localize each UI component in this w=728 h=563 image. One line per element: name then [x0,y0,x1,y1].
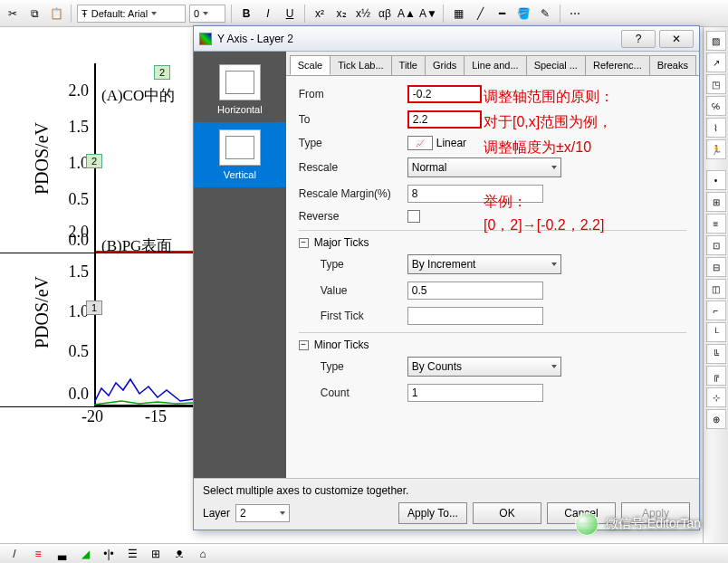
superscript-icon[interactable]: x² [311,5,329,23]
shrink-icon[interactable]: A▼ [419,5,437,23]
type-label: Type [299,137,407,149]
minor-ticks-header: Minor Ticks [314,339,369,351]
annotation-text: [0，2]→[-0.2，2.2] [484,216,604,235]
layer-label: Layer [203,507,230,520]
tab-line[interactable]: Line and... [464,55,526,75]
tool-icon[interactable]: ↗ [706,52,726,72]
plot-tool-icon[interactable]: ⌂ [194,545,212,563]
plot-tool-icon[interactable]: ≡ [29,545,47,563]
from-label: From [299,88,407,100]
plot-tool-icon[interactable]: ◢ [76,545,94,563]
y-axis-label: PDOS/eV [32,275,53,348]
tab-grids[interactable]: Grids [425,55,465,75]
collapse-icon[interactable]: − [299,340,309,350]
right-toolbar: ▨ ↗ ◳ ℅ ⌇ 🏃 • ⊞ ≡ ⊡ ⊟ ◫ ⌐ └ ╚ ╔ ⊹ ⊕ [703,27,728,543]
tool-icon[interactable]: ⊡ [706,235,726,255]
first-tick-input[interactable] [407,307,543,325]
y-axis-label: PDOS/eV [32,121,53,194]
layer-badge[interactable]: 1 [86,301,102,315]
to-label: To [299,113,407,126]
bold-icon[interactable]: B [237,5,255,23]
line-style-icon[interactable]: ╱ [471,5,489,23]
tab-breaks[interactable]: Breaks [649,55,696,75]
minor-count-input[interactable] [407,384,543,402]
plot-tool-icon[interactable]: ☰ [123,545,141,563]
paste-icon[interactable]: 📋 [47,5,65,23]
tab-title[interactable]: Title [391,55,426,75]
line-weight-icon[interactable]: ━ [493,5,511,23]
font-selector[interactable]: Ŧ Default: Arial [77,5,186,23]
close-button[interactable]: ✕ [659,30,694,48]
tool-icon[interactable]: ≡ [706,214,726,234]
scale-panel: From To Type 📈 Linear Rescale Normal [286,76,699,478]
tool-icon[interactable]: ▨ [706,31,726,51]
enlarge-icon[interactable]: A▲ [398,5,416,23]
tool-icon[interactable]: ℅ [706,96,726,116]
tool-icon[interactable]: └ [706,322,726,342]
layer-badge[interactable]: 2 [154,65,170,80]
tab-tick-labels[interactable]: Tick Lab... [330,55,391,75]
collapse-icon[interactable]: − [299,238,309,248]
margin-label: Rescale Margin(%) [299,187,407,200]
annotation-text: 调整轴范围的原则： [484,88,614,107]
palette-icon[interactable]: ▦ [449,5,467,23]
dialog-title: Y Axis - Layer 2 [217,33,618,45]
reverse-checkbox[interactable] [407,210,420,223]
chevron-down-icon [151,12,157,15]
type-value: Linear [436,137,466,149]
tool-icon[interactable]: • [706,170,726,190]
plot-tool-icon[interactable]: ᴥ [170,545,188,563]
tool-icon[interactable]: ⌐ [706,301,726,320]
tab-special[interactable]: Special ... [526,55,586,75]
more-icon[interactable]: ⋯ [566,5,584,23]
rescale-label: Rescale [299,161,407,174]
plot-tool-icon[interactable]: ⊞ [147,545,165,563]
layer-select[interactable]: 2 [235,504,290,522]
dialog-titlebar[interactable]: Y Axis - Layer 2 ? ✕ [194,26,699,52]
from-input[interactable] [407,85,482,103]
plot-tool-icon[interactable]: ▃ [53,545,71,563]
supersub-icon[interactable]: x½ [354,5,372,23]
pen-color-icon[interactable]: ✎ [536,5,554,23]
y-axis-dialog: Y Axis - Layer 2 ? ✕ Horizontal Vertical… [193,25,700,530]
greek-icon[interactable]: αβ [376,5,394,23]
tool-icon[interactable]: ⊹ [706,387,726,407]
tool-icon[interactable]: 🏃 [706,139,726,159]
plot-tool-icon[interactable]: / [5,545,24,563]
plot-tool-icon[interactable]: •|• [100,545,118,563]
help-button[interactable]: ? [621,30,656,48]
axis-item-vertical[interactable]: Vertical [194,122,286,187]
wechat-icon [575,512,599,536]
tab-reference[interactable]: Referenc... [585,55,650,75]
tool-icon[interactable]: ⌇ [706,118,726,138]
fill-color-icon[interactable]: 🪣 [514,5,532,23]
font-size-selector[interactable]: 0 [189,5,225,23]
major-value-input[interactable] [407,282,543,300]
axis-item-horizontal[interactable]: Horizontal [194,57,286,122]
tool-icon[interactable]: ◳ [706,74,726,94]
annotation-text: 举例： [484,193,527,212]
tool-icon[interactable]: ⊟ [706,257,726,277]
chevron-down-icon [203,12,208,15]
tab-scale[interactable]: Scale [290,55,331,75]
tool-icon[interactable]: ╔ [706,366,726,386]
italic-icon[interactable]: I [259,5,277,23]
layer-badge[interactable]: 2 [86,154,102,168]
tool-icon[interactable]: ╚ [706,344,726,364]
annotation-text: 调整幅度为±x/10 [484,138,591,157]
minor-type-select[interactable]: By Counts [407,357,561,377]
rescale-select[interactable]: Normal [407,157,561,177]
apply-to-button[interactable]: Apply To... [398,502,467,524]
tool-icon[interactable]: ⊞ [706,192,726,212]
to-input[interactable] [407,110,482,129]
underline-icon[interactable]: U [281,5,299,23]
watermark: 微信号:EditorTan [575,512,701,536]
copy-icon[interactable]: ⧉ [25,5,43,23]
annotation-text: 对于[0,x]范围为例， [484,113,612,132]
subscript-icon[interactable]: x₂ [332,5,350,23]
major-type-select[interactable]: By Increment [407,254,561,274]
tool-icon[interactable]: ⊕ [706,409,726,429]
tool-icon[interactable]: ◫ [706,279,726,299]
cut-icon[interactable]: ✂ [4,5,22,23]
ok-button[interactable]: OK [473,502,541,524]
